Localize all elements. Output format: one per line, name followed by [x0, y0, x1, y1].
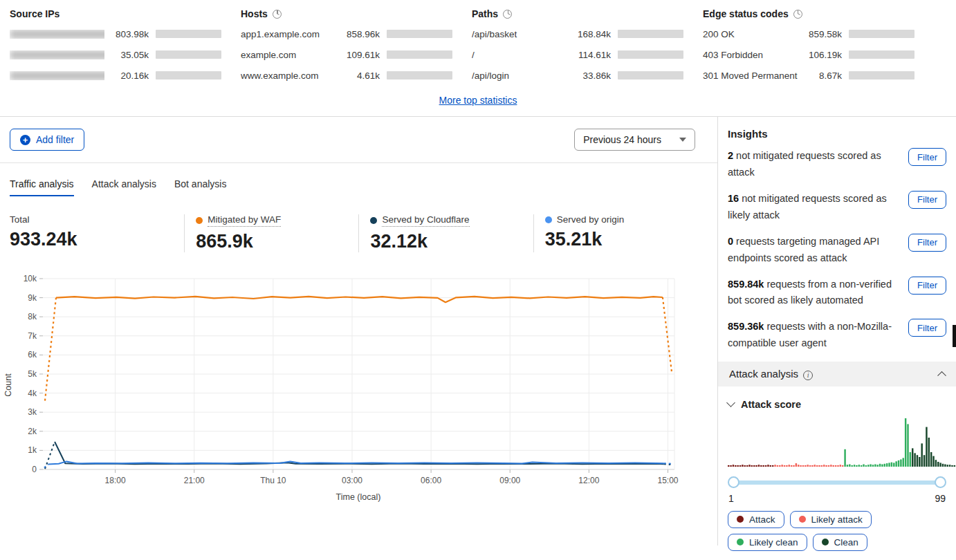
table-row[interactable]: www.example.com 4.61k: [241, 65, 452, 86]
time-range-value: Previous 24 hours: [583, 134, 661, 145]
insight-filter-button[interactable]: Filter: [908, 277, 946, 295]
row-value: 803.98k: [104, 29, 149, 39]
legend-clean-button[interactable]: Clean: [813, 534, 867, 551]
chevron-down-icon: [726, 398, 735, 407]
legend-likely-clean-button[interactable]: Likely clean: [728, 534, 807, 551]
row-label: example.com: [241, 50, 335, 60]
svg-text:21:00: 21:00: [184, 476, 205, 485]
source-ips-title: Source IPs: [10, 8, 221, 19]
series-dot-orange: [196, 217, 203, 224]
likely-clean-dot-icon: [737, 539, 744, 545]
insights-title: Insights: [728, 128, 946, 140]
table-row[interactable]: 803.98k: [10, 24, 221, 44]
table-row[interactable]: 35.05k: [10, 44, 221, 65]
value-bar: [156, 50, 221, 59]
row-label: 200 OK: [703, 29, 798, 39]
svg-text:09:00: 09:00: [499, 476, 520, 485]
svg-text:12:00: 12:00: [578, 476, 599, 485]
scrollbar-thumb[interactable]: [953, 325, 956, 347]
value-bar: [618, 71, 683, 80]
stat-total: Total 933.24k: [10, 214, 184, 252]
svg-text:Count: Count: [3, 373, 13, 397]
svg-text:4k: 4k: [28, 389, 37, 398]
tab-attack-analysis[interactable]: Attack analysis: [92, 178, 156, 196]
svg-text:Time (local): Time (local): [336, 492, 381, 502]
row-label: /api/login: [472, 71, 567, 81]
attack-score-range-slider[interactable]: [728, 476, 946, 489]
insight-filter-button[interactable]: Filter: [908, 148, 946, 166]
slider-handle-max[interactable]: [935, 476, 946, 488]
main-content: + Add filter Previous 24 hours Traffic a…: [0, 117, 717, 545]
table-row[interactable]: / 114.61k: [472, 44, 683, 65]
legend-likely-attack-button[interactable]: Likely attack: [790, 511, 872, 528]
attack-analysis-section-header[interactable]: Attack analysisi: [718, 362, 956, 386]
more-top-statistics-link[interactable]: More top statistics: [439, 95, 517, 106]
traffic-line-chart[interactable]: 01k2k3k4k5k6k7k8k9k10k18:0021:00Thu 1003…: [0, 268, 699, 510]
time-range-dropdown[interactable]: Previous 24 hours: [574, 129, 695, 151]
series-dot-navy: [370, 217, 377, 224]
table-row[interactable]: 20.16k: [10, 65, 221, 86]
insights-sidebar: Insights 2 not mitigated requests scored…: [717, 117, 956, 545]
row-value: 33.86k: [567, 71, 611, 81]
insight-filter-button[interactable]: Filter: [908, 319, 946, 337]
row-label: 403 Forbidden: [703, 50, 798, 60]
svg-text:8k: 8k: [28, 312, 37, 321]
redacted-ip-label: [10, 71, 104, 80]
pie-chart-icon[interactable]: [503, 10, 512, 19]
svg-text:10k: 10k: [24, 274, 37, 283]
table-row[interactable]: example.com 109.61k: [241, 44, 452, 65]
source-ips-column: Source IPs 803.98k 35.05k 20.16k: [10, 8, 241, 86]
value-bar: [849, 30, 914, 38]
plus-icon: +: [20, 135, 30, 145]
row-value: 35.05k: [104, 50, 149, 60]
paths-title: Paths: [472, 8, 683, 19]
table-row[interactable]: /api/basket 168.84k: [472, 24, 683, 44]
info-icon[interactable]: i: [803, 371, 813, 380]
insight-filter-button[interactable]: Filter: [908, 191, 946, 209]
traffic-chart[interactable]: 01k2k3k4k5k6k7k8k9k10k18:0021:00Thu 1003…: [0, 268, 717, 512]
insight-filter-button[interactable]: Filter: [908, 234, 946, 252]
table-row[interactable]: 301 Moved Permanently 8.67k: [703, 65, 914, 86]
table-row[interactable]: /api/login 33.86k: [472, 65, 683, 86]
row-value: 168.84k: [567, 29, 611, 39]
row-label: /api/basket: [472, 29, 567, 39]
clean-dot-icon: [822, 539, 829, 545]
svg-text:2k: 2k: [28, 427, 37, 436]
table-row[interactable]: 403 Forbidden 106.19k: [703, 44, 914, 65]
stat-mitigated-by-waf: Mitigated by WAF 865.9k: [184, 214, 358, 252]
row-value: 4.61k: [335, 71, 380, 81]
attack-score-header[interactable]: Attack score: [718, 386, 956, 413]
svg-text:06:00: 06:00: [421, 476, 441, 485]
hosts-column: Hosts app1.example.com 858.96k example.c…: [241, 8, 472, 86]
add-filter-button[interactable]: + Add filter: [10, 129, 84, 151]
row-value: 859.58k: [798, 29, 842, 39]
svg-text:03:00: 03:00: [342, 476, 362, 485]
attack-score-histogram[interactable]: [728, 414, 956, 469]
attack-dot-icon: [737, 516, 744, 523]
chevron-up-icon[interactable]: [937, 371, 946, 380]
slider-track[interactable]: [732, 480, 942, 485]
svg-text:7k: 7k: [28, 331, 37, 341]
redacted-ip-label: [10, 50, 104, 59]
pie-chart-icon[interactable]: [273, 10, 282, 19]
slider-handle-min[interactable]: [728, 476, 739, 488]
redacted-ip-label: [10, 30, 104, 39]
value-bar: [156, 71, 221, 80]
svg-text:9k: 9k: [28, 293, 37, 303]
row-label: /: [472, 50, 567, 60]
tab-bot-analysis[interactable]: Bot analysis: [174, 178, 226, 196]
pie-chart-icon[interactable]: [793, 10, 802, 19]
svg-text:18:00: 18:00: [105, 476, 126, 485]
row-value: 858.96k: [335, 29, 380, 39]
svg-text:6k: 6k: [28, 350, 37, 360]
row-value: 106.19k: [798, 50, 842, 60]
legend-attack-button[interactable]: Attack: [728, 511, 784, 528]
svg-text:0: 0: [32, 465, 37, 474]
tab-traffic-analysis[interactable]: Traffic analysis: [10, 178, 74, 196]
top-statistics-panel: Source IPs 803.98k 35.05k 20.16k Hosts a…: [0, 0, 956, 88]
row-label: www.example.com: [241, 71, 335, 81]
slider-max-label: 99: [935, 493, 946, 504]
table-row[interactable]: 200 OK 859.58k: [703, 24, 914, 44]
edge-status-codes-title: Edge status codes: [703, 8, 914, 19]
table-row[interactable]: app1.example.com 858.96k: [241, 24, 452, 44]
